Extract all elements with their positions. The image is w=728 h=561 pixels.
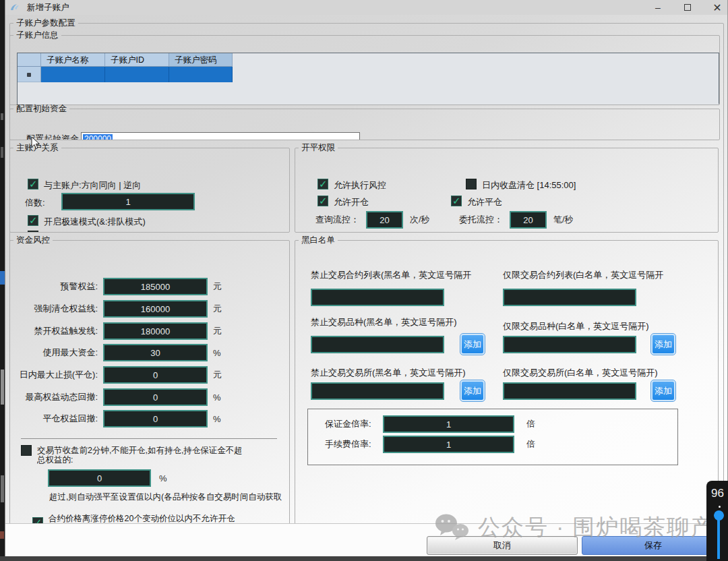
checkbox-box[interactable] xyxy=(28,179,38,189)
checkbox-intraday-clear[interactable]: 日内收盘清仓 [14:55:00] xyxy=(466,179,576,191)
wechat-bubbles-icon xyxy=(435,513,470,543)
minimize-icon[interactable]: – xyxy=(650,1,665,13)
query-flow-unit: 次/秒 xyxy=(410,214,430,226)
add-whitelist-product-button[interactable]: 添加 xyxy=(651,334,675,355)
margin-multiplier-unit: 倍 xyxy=(526,418,535,430)
force-clear-equity-input[interactable]: 160000 xyxy=(103,300,208,318)
watermark: 公众号 · 围炉喝茶聊产品 xyxy=(435,512,728,543)
fee-multiplier-unit: 倍 xyxy=(526,438,535,450)
window-controls: – ✕ xyxy=(650,0,725,15)
column-header-id[interactable]: 子账户ID xyxy=(105,53,169,67)
cell-password[interactable] xyxy=(169,67,233,82)
multiplier-box: 保证金倍率: 1 倍 手续费倍率: 1 倍 xyxy=(307,409,678,465)
add-blacklist-exchange-button[interactable]: 添加 xyxy=(460,380,485,401)
whitelist-exchanges-input[interactable] xyxy=(503,382,636,400)
table-header-row: 子账户名称 子账户ID 子账户密码 xyxy=(18,53,719,67)
group-label: 子账户参数配置 xyxy=(13,18,78,29)
no-open-trigger-input[interactable]: 180000 xyxy=(103,322,208,340)
checkbox-broadcast[interactable]: 开启对外广播展示 xyxy=(28,231,114,233)
close-equity-drawdown-input[interactable]: 0 xyxy=(103,410,208,427)
blacklist-products-input[interactable] xyxy=(311,336,444,353)
checkbox-box[interactable] xyxy=(21,445,32,456)
volume-slider-track[interactable] xyxy=(717,520,720,559)
background-app-strip xyxy=(0,0,5,561)
order-flow-input[interactable]: 20 xyxy=(510,211,547,229)
margin-multiplier-input[interactable]: 1 xyxy=(383,415,514,433)
field-unit: 元 xyxy=(213,325,222,337)
group-master-relation: 主账户关系 与主账户:方向同向 | 逆向 倍数: 1 开启极速模式(&:排队模式… xyxy=(9,142,290,233)
watermark-text: 公众号 · 围炉喝茶聊产品 xyxy=(478,512,728,543)
close-icon[interactable]: ✕ xyxy=(710,1,725,13)
whitelist-products-input[interactable] xyxy=(503,336,636,353)
max-equity-drawdown-input[interactable]: 0 xyxy=(103,388,208,406)
title-bar[interactable]: 新增子账户 – ✕ xyxy=(5,0,727,15)
selected-text: 200000 xyxy=(83,134,113,141)
group-blacklist-whitelist: 黑白名单 禁止交易合约列表(黑名单，英文逗号隔开 仅限交易合约列表(白名单，英文… xyxy=(295,235,719,531)
field-unit: % xyxy=(213,414,221,424)
intraday-max-loss-input[interactable]: 0 xyxy=(103,366,208,384)
checkbox-box[interactable] xyxy=(28,215,38,226)
checkbox-label: 允许平仓 xyxy=(467,196,502,208)
table-row[interactable] xyxy=(18,67,719,82)
fund-risk-row: 预警权益: 185000 元 xyxy=(16,278,222,295)
divider xyxy=(21,438,277,439)
field-label: 平仓权益回撤: xyxy=(16,413,98,425)
whitelist-products-label: 仅限交易品种(白名单，英文逗号隔开) xyxy=(503,320,649,332)
blacklist-exchanges-input[interactable] xyxy=(311,382,444,400)
margin-multiplier-label: 保证金倍率: xyxy=(325,418,376,430)
blacklist-contracts-input[interactable] xyxy=(311,289,444,306)
checkbox-box[interactable] xyxy=(317,196,328,206)
fund-risk-row: 禁开权益触发线: 180000 元 xyxy=(16,322,222,340)
checkbox-direction[interactable]: 与主账户:方向同向 | 逆向 xyxy=(28,179,141,191)
fee-multiplier-input[interactable]: 1 xyxy=(383,436,514,453)
whitelist-exchanges-label: 仅限交易交易所(白名单，英文逗号隔开) xyxy=(503,367,658,379)
checkbox-allow-open[interactable]: 允许开仓 xyxy=(317,196,369,208)
order-flow-label: 委托流控： xyxy=(459,214,503,226)
field-unit: 元 xyxy=(213,369,222,381)
column-header-password[interactable]: 子账户密码 xyxy=(169,53,233,67)
column-header-name[interactable]: 子账户名称 xyxy=(41,53,105,67)
query-flow-row: 查询流控： 20 次/秒 xyxy=(315,211,430,229)
screen: 新增子账户 – ✕ 子账户参数配置 子账户信息 子账户名称 子账户ID 子账户密… xyxy=(0,0,728,561)
checkbox-box[interactable] xyxy=(466,179,477,189)
fund-risk-row: 最高权益动态回撤: 0 % xyxy=(16,388,221,406)
new-row-marker-icon xyxy=(27,73,31,77)
warning-equity-input[interactable]: 185000 xyxy=(103,278,208,295)
checkbox-label: 允许开仓 xyxy=(334,196,369,208)
multiple-input[interactable]: 1 xyxy=(61,193,195,210)
checkbox-box[interactable] xyxy=(451,196,462,206)
group-label: 黑白名单 xyxy=(299,235,338,246)
subaccount-table[interactable]: 子账户名称 子账户ID 子账户密码 xyxy=(17,53,719,105)
checkbox-allow-close[interactable]: 允许平仓 xyxy=(451,196,502,208)
volume-slider-handle[interactable] xyxy=(714,510,724,521)
checkbox-risk-control[interactable]: 允许执行风控 xyxy=(317,179,386,191)
initial-fund-input[interactable]: 200000 xyxy=(81,132,360,140)
checkbox-fast-mode[interactable]: 开启极速模式(&:排队模式) xyxy=(28,215,146,228)
add-blacklist-product-button[interactable]: 添加 xyxy=(460,334,485,355)
fund-risk-row: 强制清仓权益线: 160000 元 xyxy=(16,300,222,318)
maximize-icon[interactable] xyxy=(680,1,695,13)
order-flow-row: 委托流控： 20 笔/秒 xyxy=(459,211,574,229)
window-title: 新增子账户 xyxy=(27,2,69,13)
fund-risk-row: 使用最大资金: 30 % xyxy=(16,344,221,361)
field-unit: 元 xyxy=(213,303,222,315)
checkbox-box[interactable] xyxy=(317,179,328,189)
fund-risk-row: 日内最大止损(平仓): 0 元 xyxy=(16,366,222,384)
query-flow-input[interactable]: 20 xyxy=(366,211,403,229)
cell-id[interactable] xyxy=(105,67,169,82)
fee-multiplier-row: 手续费倍率: 1 倍 xyxy=(325,436,535,453)
field-label: 预警权益: xyxy=(16,280,98,293)
checkbox-label: 允许执行风控 xyxy=(334,179,386,191)
row-header-cell[interactable] xyxy=(18,67,41,82)
pre-close-percent-input[interactable]: 0 xyxy=(48,469,151,487)
cell-name[interactable] xyxy=(41,67,105,82)
group-label: 开平权限 xyxy=(299,142,338,154)
checkbox-box[interactable] xyxy=(28,231,38,233)
checkbox-label: 日内收盘清仓 [14:55:00] xyxy=(482,179,576,191)
add-whitelist-exchange-button[interactable]: 添加 xyxy=(651,380,675,401)
checkbox-pre-close-margin[interactable]: 交易节收盘前2分钟,不能开仓,如有持仓,持仓保证金不超 总权益的: xyxy=(21,445,263,465)
whitelist-contracts-input[interactable] xyxy=(503,289,636,306)
pre-close-percent-unit: % xyxy=(159,473,167,483)
blacklist-exchanges-label: 禁止交易交易所(黑名单，英文逗号隔开) xyxy=(311,367,466,379)
max-fund-usage-input[interactable]: 30 xyxy=(103,344,208,361)
